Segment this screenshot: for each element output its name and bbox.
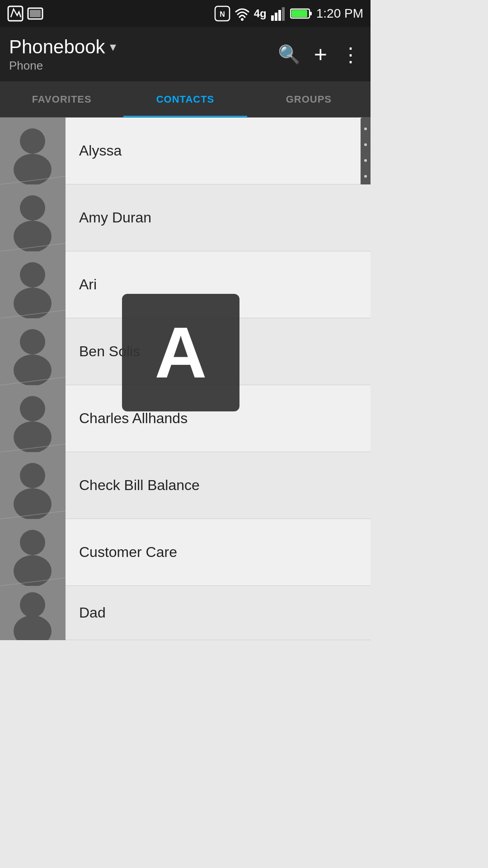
app-bar-title-section: Phonebook ▾ Phone — [9, 36, 273, 73]
svg-point-35 — [14, 488, 52, 519]
status-bar-left-icons — [7, 5, 43, 22]
avatar — [0, 385, 66, 452]
scroll-dot — [364, 159, 367, 162]
contact-name: Ari — [66, 276, 97, 293]
contact-name: Check Bill Balance — [66, 477, 200, 494]
svg-point-26 — [20, 329, 45, 354]
svg-rect-9 — [282, 7, 285, 21]
contact-item[interactable]: Check Bill Balance — [0, 452, 371, 519]
avatar — [0, 251, 66, 318]
contact-item[interactable]: Customer Care — [0, 519, 371, 586]
avatar — [0, 318, 66, 385]
search-button[interactable]: 🔍 — [278, 44, 300, 65]
dropdown-arrow-icon[interactable]: ▾ — [110, 39, 116, 54]
avatar — [0, 184, 66, 251]
scroll-dot — [364, 175, 367, 178]
tab-contacts-label: CONTACTS — [156, 94, 215, 105]
scroll-dot — [364, 127, 367, 130]
status-bar-right-icons: N 4g 1:20 PM — [214, 5, 363, 22]
svg-point-39 — [14, 555, 52, 586]
contact-item[interactable]: Amy Duran — [0, 184, 371, 251]
tab-bar: FAVORITES CONTACTS GROUPS — [0, 81, 371, 118]
add-contact-button[interactable]: + — [314, 41, 327, 67]
status-bar: N 4g 1:20 PM — [0, 0, 371, 27]
screenshot-icon — [27, 5, 43, 22]
svg-point-38 — [20, 530, 45, 555]
network-type: 4g — [254, 7, 267, 20]
app-subtitle: Phone — [9, 59, 273, 73]
tab-groups[interactable]: GROUPS — [247, 81, 371, 117]
svg-point-34 — [20, 463, 45, 488]
nfc-icon: N — [214, 5, 230, 22]
svg-rect-7 — [275, 13, 277, 21]
wifi-icon — [234, 5, 250, 22]
app-bar-actions: 🔍 + ⋮ — [278, 41, 361, 67]
avatar — [0, 118, 66, 184]
app-title: Phonebook — [9, 36, 105, 58]
contact-name: Customer Care — [66, 544, 177, 561]
svg-point-19 — [14, 221, 52, 251]
contact-item[interactable]: Dad — [0, 586, 371, 640]
overflow-menu-button[interactable]: ⋮ — [341, 43, 361, 66]
tab-contacts[interactable]: CONTACTS — [123, 81, 247, 117]
svg-rect-12 — [291, 10, 307, 17]
svg-point-14 — [20, 128, 45, 154]
tab-favorites[interactable]: FAVORITES — [0, 81, 123, 117]
svg-point-18 — [20, 195, 45, 221]
contact-list: Alyssa — [0, 118, 371, 640]
svg-point-15 — [14, 154, 52, 184]
contact-name: Charles Allhands — [66, 410, 188, 427]
tab-favorites-label: FAVORITES — [32, 94, 92, 105]
svg-point-27 — [14, 354, 52, 385]
svg-point-31 — [14, 421, 52, 452]
app-bar: Phonebook ▾ Phone 🔍 + ⋮ — [0, 27, 371, 81]
status-time: 1:20 PM — [316, 6, 363, 21]
svg-point-23 — [14, 288, 52, 318]
battery-icon — [290, 7, 313, 20]
svg-rect-2 — [30, 10, 41, 17]
contact-item[interactable]: Alyssa — [0, 118, 371, 184]
alpha-popup-letter: A — [155, 316, 207, 389]
contact-name: Amy Duran — [66, 209, 151, 226]
avatar — [0, 452, 66, 519]
tab-groups-label: GROUPS — [286, 94, 332, 105]
svg-point-42 — [20, 592, 45, 618]
svg-rect-8 — [278, 10, 281, 21]
svg-rect-0 — [8, 6, 23, 21]
avatar — [0, 586, 66, 640]
signal-icon — [270, 5, 286, 22]
svg-rect-11 — [310, 12, 312, 15]
svg-text:N: N — [220, 10, 225, 18]
alphabet-popup: A — [122, 294, 239, 411]
contact-name: Alyssa — [66, 142, 122, 159]
svg-rect-6 — [271, 15, 274, 21]
contact-name: Dad — [66, 604, 106, 621]
avatar — [0, 519, 66, 586]
svg-point-5 — [241, 18, 244, 21]
write-icon — [7, 5, 23, 22]
app-title-row[interactable]: Phonebook ▾ — [9, 36, 273, 58]
svg-point-22 — [20, 262, 45, 288]
svg-point-30 — [20, 396, 45, 421]
scroll-dot — [364, 143, 367, 146]
